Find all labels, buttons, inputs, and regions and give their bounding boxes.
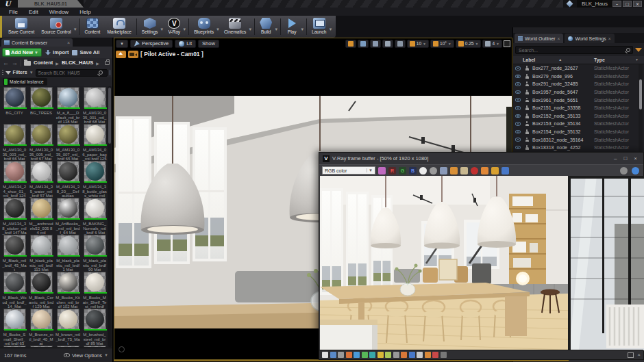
show-channels-icon[interactable] — [378, 167, 386, 174]
mono-channel-button[interactable] — [419, 167, 427, 174]
vfb-panel-close-icon[interactable]: × — [637, 352, 641, 358]
maximize-viewport-button[interactable] — [504, 40, 510, 47]
outliner-scrollbar[interactable] — [639, 64, 643, 153]
tab-close-icon[interactable]: × — [67, 40, 70, 45]
visibility-eye-icon[interactable] — [515, 75, 521, 79]
asset-grid-scrollbar[interactable] — [108, 86, 112, 347]
visibility-eye-icon[interactable] — [515, 122, 521, 126]
channel-select-dropdown[interactable]: RGB color ▼ — [322, 166, 375, 174]
asset-item[interactable]: M_AM134_38_20___Defaultlas — [55, 160, 81, 197]
asset-item[interactable]: M_Books_Kitchen_mtl_brdf 102 Mat — [55, 271, 81, 308]
asset-item[interactable] — [82, 345, 107, 347]
asset-item[interactable] — [28, 345, 54, 347]
chevron-down-icon[interactable]: ▼ — [635, 56, 639, 64]
visibility-eye-icon[interactable] — [515, 82, 521, 86]
compare-images-button[interactable] — [481, 167, 488, 174]
save-current-button[interactable]: Save Current — [5, 16, 38, 37]
source-control-button[interactable]: Source Control — [38, 16, 74, 37]
surface-snap-button[interactable] — [395, 40, 406, 48]
asset-item[interactable]: M_AM130_035_007_mtl_brdf 65 Mat — [55, 123, 81, 160]
material-instance-filter-chip[interactable]: Material Instance — [3, 78, 47, 86]
import-button[interactable]: Import — [45, 49, 69, 57]
outliner-row[interactable]: Box18318_node_4252StaticMeshActor — [513, 144, 641, 152]
tab-content-browser[interactable]: Content Browser × — [1, 38, 73, 47]
green-channel-button[interactable]: G — [399, 167, 406, 174]
background-image-icon[interactable] — [409, 352, 415, 358]
render-last-button[interactable] — [471, 167, 478, 174]
close-button[interactable]: × — [633, 1, 642, 7]
filters-label[interactable]: Filters — [13, 68, 27, 77]
viewport-options-button[interactable]: ▼ — [116, 40, 128, 48]
asset-item[interactable]: M_AM134_38_sticker_mtl_brdf 147 Mat — [1, 197, 27, 234]
asset-item[interactable] — [1, 345, 27, 347]
world-space-button[interactable] — [382, 40, 393, 48]
asset-item[interactable]: M_brushed_steel_mtl_brdf 89 Mat — [82, 308, 107, 345]
outliner-row[interactable]: Box291_node_32485StaticMeshActor — [513, 80, 641, 88]
asset-item[interactable]: M_Books_Main_Shelf_Test_mtl brdf — [82, 271, 107, 308]
asset-item[interactable]: M_black_plastic_mtl_brdf 90 Mat — [82, 234, 107, 271]
color-balance-icon[interactable] — [385, 352, 391, 358]
vfb-maximize-button[interactable]: □ — [623, 155, 627, 162]
perspective-button[interactable]: Perspective — [130, 40, 173, 48]
copy-clipboard-button[interactable] — [460, 167, 468, 174]
visibility-eye-icon[interactable] — [515, 114, 521, 118]
lit-mode-button[interactable]: Lit — [175, 40, 196, 48]
blue-channel-button[interactable]: B — [409, 167, 417, 174]
sources-panel-toggle-icon[interactable] — [2, 70, 3, 75]
pilot-camera-icon[interactable] — [128, 51, 138, 58]
asset-item[interactable]: M_AM130_035_003_mtl_brdf 66 Mat — [1, 123, 27, 160]
level-tab[interactable]: BLK_HAUS.01 — [18, 0, 84, 8]
asset-item[interactable]: BG_TREES — [28, 86, 54, 123]
camera-speed-button[interactable]: 4▼ — [482, 40, 502, 48]
asset-item[interactable]: M_Black_mtl_brdf_45_Mat — [1, 234, 27, 271]
lock-icon[interactable] — [105, 61, 110, 65]
outliner-row[interactable]: Box1961_node_5651StaticMeshActor — [513, 96, 641, 104]
angle-snap-button[interactable]: 10°▼ — [430, 40, 454, 48]
play-button[interactable]: Play — [282, 16, 301, 37]
visibility-eye-icon[interactable] — [515, 98, 521, 102]
tab-world-outliner[interactable]: World Outliner × — [515, 34, 563, 43]
launch-button[interactable]: Launch — [308, 16, 330, 37]
sharpen-blur-icon[interactable] — [425, 352, 431, 358]
rotate-gizmo-button[interactable] — [358, 40, 369, 48]
asset-item[interactable]: M_AM130_035_001_mtl_brdf 68 Mat — [82, 86, 107, 123]
save-corrections-icon[interactable] — [330, 352, 336, 358]
add-new-button[interactable]: Add New ▼ — [2, 48, 42, 57]
outliner-row[interactable]: Box2151_node_33358StaticMeshActor — [513, 104, 641, 112]
asset-item[interactable]: M_AM134_35_water_mtl_brdf 57 Mat — [28, 160, 54, 197]
minimize-button[interactable]: – — [612, 1, 621, 7]
lens-effects-icon[interactable] — [417, 352, 423, 358]
asset-item[interactable]: M_black_plastic_mtl_brdf 113 Mat — [28, 234, 54, 271]
tab-world-settings[interactable]: World Settings × — [565, 34, 614, 43]
palette-icon[interactable] — [354, 352, 360, 358]
settings-button[interactable]: Settings — [138, 16, 162, 37]
levels-icon[interactable] — [393, 352, 399, 358]
outliner-search-input[interactable] — [515, 46, 633, 54]
scrollbar-thumb[interactable] — [108, 88, 111, 144]
menu-window[interactable]: Window — [45, 9, 73, 15]
back-arrow-icon[interactable]: ← — [3, 60, 9, 66]
visibility-eye-icon[interactable] — [515, 130, 521, 134]
breadcrumb-folder[interactable]: BLCK_HAUS — [62, 59, 93, 67]
menu-help[interactable]: Help — [75, 9, 95, 15]
save-search-icon[interactable] — [110, 70, 110, 75]
asset-item[interactable]: M_Bronze_mtl_brdf_40_Mat — [28, 308, 54, 345]
outliner-row[interactable]: Box279_node_996StaticMeshActor — [513, 73, 641, 81]
asset-item[interactable] — [55, 345, 81, 347]
asset-item[interactable]: M_AM130_035_005_mtl_brdf 67 Mat — [28, 123, 54, 160]
sphere-preview-icon[interactable] — [338, 352, 344, 358]
vfb-dock-icon[interactable] — [628, 352, 634, 358]
asset-item[interactable]: M_AM134_24_shoe_01_mtl_brdf 124 Mat — [1, 160, 27, 197]
menu-edit[interactable]: Edit — [24, 9, 43, 15]
grid-snap-button[interactable]: 10▼ — [407, 40, 429, 48]
vfb-close-button[interactable]: × — [634, 155, 637, 162]
label-column-header[interactable]: Label — [513, 56, 535, 64]
menu-file[interactable]: File — [4, 9, 23, 15]
white-balance-icon[interactable] — [369, 352, 375, 358]
vfb-minimize-button[interactable]: – — [614, 155, 617, 162]
asset-item[interactable]: M_BAKING_Normals_mtl_brdf 6 Mat — [82, 197, 107, 234]
outliner-row[interactable]: Box18312_node_35164StaticMeshActor — [513, 135, 641, 144]
save-image-button[interactable] — [440, 167, 447, 174]
content-button[interactable]: Content — [82, 16, 104, 37]
outliner-row[interactable]: Box2152_node_35133StaticMeshActor — [513, 112, 641, 120]
